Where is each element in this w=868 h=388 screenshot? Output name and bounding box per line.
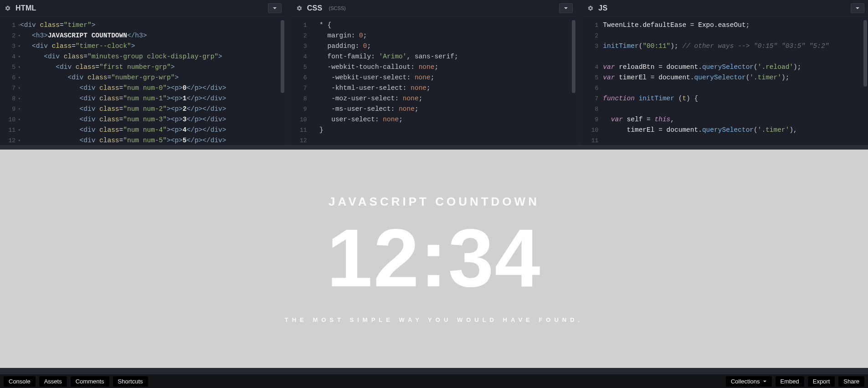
css-editor-title: CSS — [307, 4, 323, 12]
css-editor-menu-button[interactable] — [559, 3, 573, 13]
assets-button[interactable]: Assets — [39, 376, 67, 387]
code-content: * { margin: 0; padding: 0; font-family: … — [312, 20, 577, 145]
line-number-gutter: 123456789101112 — [0, 20, 20, 145]
js-editor-menu-button[interactable] — [851, 3, 864, 13]
preview-heading: JAVASCRIPT COUNTDOWN — [329, 195, 539, 209]
chevron-down-icon — [564, 6, 568, 10]
chevron-down-icon — [272, 6, 277, 10]
html-editor-menu-button[interactable] — [268, 3, 282, 13]
preview-clock: 12:34 — [327, 217, 541, 299]
line-number-gutter: 123456789101112 — [292, 20, 312, 145]
html-code-area[interactable]: 123456789101112 <div class="timer"> <h3>… — [0, 16, 285, 145]
collections-button[interactable]: Collections — [726, 376, 772, 387]
console-button[interactable]: Console — [4, 376, 36, 387]
css-code-area[interactable]: 123456789101112 * { margin: 0; padding: … — [292, 16, 577, 145]
js-editor: JS 1234567891011 TweenLite.defaultEase =… — [583, 0, 868, 145]
css-editor: CSS (SCSS) 123456789101112 * { margin: 0… — [292, 0, 577, 145]
css-editor-subtitle: (SCSS) — [329, 5, 345, 11]
scrollbar[interactable] — [572, 20, 575, 141]
js-editor-title: JS — [598, 4, 607, 12]
comments-button[interactable]: Comments — [71, 376, 109, 387]
bottom-bar: ConsoleAssetsCommentsShortcuts Collectio… — [0, 368, 868, 388]
gear-icon[interactable] — [5, 5, 11, 11]
js-editor-header: JS — [583, 0, 868, 16]
bottom-bar-left: ConsoleAssetsCommentsShortcuts — [4, 376, 148, 387]
preview-subtitle: THE MOST SIMPLE WAY YOU WOULD HAVE FOUND… — [285, 316, 583, 323]
shortcuts-button[interactable]: Shortcuts — [113, 376, 148, 387]
bottom-bar-right: Collections EmbedExportShare — [726, 376, 864, 387]
code-content: TweenLite.defaultEase = Expo.easeOut;ini… — [603, 20, 868, 145]
scrollbar[interactable] — [863, 20, 867, 141]
code-content: <div class="timer"> <h3>JAVASCRIPT COUNT… — [20, 20, 285, 145]
html-editor: HTML 123456789101112 <div class="timer">… — [0, 0, 285, 145]
editor-row: HTML 123456789101112 <div class="timer">… — [0, 0, 868, 145]
gear-icon[interactable] — [296, 5, 303, 11]
js-code-area[interactable]: 1234567891011 TweenLite.defaultEase = Ex… — [583, 16, 868, 145]
share-button[interactable]: Share — [838, 376, 864, 387]
line-number-gutter: 1234567891011 — [583, 20, 603, 145]
html-editor-header: HTML — [0, 0, 285, 16]
export-button[interactable]: Export — [808, 376, 835, 387]
embed-button[interactable]: Embed — [776, 376, 804, 387]
html-editor-title: HTML — [15, 4, 36, 12]
chevron-down-icon — [855, 6, 860, 10]
scrollbar[interactable] — [281, 20, 284, 141]
css-editor-header: CSS (SCSS) — [292, 0, 577, 16]
chevron-down-icon — [763, 378, 767, 385]
result-preview: JAVASCRIPT COUNTDOWN 12:34 THE MOST SIMP… — [0, 145, 868, 368]
gear-icon[interactable] — [587, 5, 594, 11]
